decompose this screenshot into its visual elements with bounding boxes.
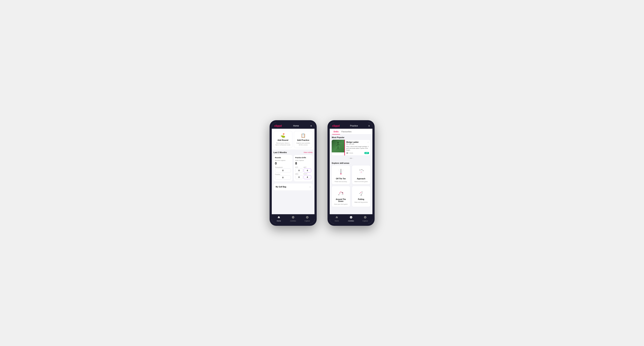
drill-subtitle: 50–100 yds xyxy=(346,143,359,145)
drills-title: Practice Drills xyxy=(295,157,311,159)
ott-value: 0 xyxy=(295,169,303,173)
skill-card-putting[interactable]: Putting Make and lag practice xyxy=(352,186,370,207)
rounds-sub: Tournament 0 Practice 0 xyxy=(275,167,291,179)
practice-value: 0 xyxy=(275,175,291,179)
add-round-icon: ⛳ xyxy=(280,133,285,138)
drills-col: Practice Drills Drills Capture 8 OTT 0 A… xyxy=(294,155,313,181)
nav-activities[interactable]: Activities xyxy=(286,214,300,224)
carousel-dots xyxy=(330,157,372,160)
dot-1[interactable] xyxy=(349,158,350,159)
svg-point-12 xyxy=(340,173,341,174)
view-activity-link[interactable]: View Activity xyxy=(304,152,313,153)
practice-label: Practice xyxy=(275,173,291,175)
drills-sub-row-1: OTT 0 APP 4 xyxy=(295,167,311,173)
app-col: APP 4 xyxy=(304,167,311,173)
golf-bag-label: My Golf Bag xyxy=(276,186,286,188)
add-practice-card[interactable]: 📋 Add Practice Capture your practice off… xyxy=(294,131,313,148)
nav-activities-label-practice: Activities xyxy=(348,220,354,222)
nav-home-practice[interactable]: Home xyxy=(330,214,344,224)
home-screen-content: ⛳ Add Round Record your shots in fast or… xyxy=(272,129,314,214)
skill-card-approach[interactable]: Approach Dial-in to hit the green xyxy=(352,165,370,184)
menu-icon[interactable]: ≡ xyxy=(310,124,312,127)
skill-card-around-the-green[interactable]: Around The Green Hone your short game xyxy=(332,186,350,207)
drill-footer: 9 shots APP xyxy=(346,152,369,154)
action-cards: ⛳ Add Round Record your shots in fast or… xyxy=(272,129,314,150)
arg-label: ARG xyxy=(295,173,303,175)
approach-title: Approach xyxy=(357,178,365,180)
skill-card-off-the-tee[interactable]: Off The Tee Power and accuracy xyxy=(332,165,350,184)
drill-info: Wedge Ladder 50–100 yds ☆ Play 1 shot at… xyxy=(345,140,370,156)
arg-value: 0 xyxy=(295,175,303,179)
favourite-star-icon[interactable]: ☆ xyxy=(367,141,369,144)
putt-label: PUTT xyxy=(304,173,311,175)
drills-capture-value: 8 xyxy=(295,162,311,166)
arg-col: ARG 0 xyxy=(295,173,303,179)
activities-icon-practice xyxy=(350,216,352,219)
approach-desc: Dial-in to hit the green xyxy=(354,181,368,182)
add-practice-title: Add Practice xyxy=(297,139,309,141)
svg-line-7 xyxy=(338,170,341,174)
svg-line-2 xyxy=(336,144,338,146)
app-badge: APP xyxy=(364,152,369,154)
nav-activities-practice[interactable]: Activities xyxy=(344,214,358,224)
svg-point-19 xyxy=(338,194,339,195)
app-value: 4 xyxy=(304,169,311,173)
tournament-value: 0 xyxy=(275,169,291,173)
phone-home-screen: clippd Home ≡ ⛳ Add Round Record your sh… xyxy=(272,122,314,224)
tab-favourites[interactable]: Favourites xyxy=(340,129,353,135)
page-title: Home xyxy=(293,125,299,127)
explore-title: Explore skill areas xyxy=(330,160,372,165)
tab-drills[interactable]: Drills xyxy=(332,129,340,135)
putt-col: PUTT 4 xyxy=(304,173,311,179)
off-the-tee-icon-area xyxy=(336,168,346,176)
capture-icon xyxy=(306,216,309,219)
menu-icon-practice[interactable]: ≡ xyxy=(368,124,370,127)
off-the-tee-desc: Power and accuracy xyxy=(335,181,347,182)
logo-practice: clippd xyxy=(332,124,340,127)
phone-practice: clippd Practice ≡ Drills Favourites Most… xyxy=(328,120,374,226)
svg-line-11 xyxy=(341,170,344,174)
golf-bag-row[interactable]: My Golf Bag › xyxy=(274,183,313,190)
nav-capture[interactable]: Capture xyxy=(300,214,314,224)
svg-line-4 xyxy=(337,147,338,150)
nav-capture-practice[interactable]: Capture xyxy=(358,214,372,224)
svg-point-27 xyxy=(360,195,362,196)
dot-3[interactable] xyxy=(352,158,353,159)
svg-point-0 xyxy=(337,142,339,143)
dot-2[interactable] xyxy=(350,158,352,159)
capture-icon-practice xyxy=(364,216,367,219)
svg-line-5 xyxy=(338,147,339,150)
wedge-ladder-card[interactable]: Wedge Ladder 50–100 yds ☆ Play 1 shot at… xyxy=(332,140,370,156)
logo: clippd xyxy=(274,124,282,127)
putting-title: Putting xyxy=(358,198,364,200)
rounds-title: Rounds xyxy=(275,157,291,159)
svg-point-24 xyxy=(342,194,343,195)
drill-shots: 9 shots xyxy=(346,152,353,154)
practice-title: Practice xyxy=(350,125,358,127)
add-practice-desc: Capture your practice off-the-course xyxy=(296,142,311,146)
rounds-capture-label: Rounds Capture xyxy=(275,160,291,161)
nav-home[interactable]: Home xyxy=(272,214,286,224)
practice-screen-content: Drills Favourites Most Popular xyxy=(330,129,372,214)
nav-capture-label-practice: Capture xyxy=(362,220,368,222)
svg-point-20 xyxy=(339,193,340,193)
nav-home-label-practice: Home xyxy=(334,220,339,222)
phone-home: clippd Home ≡ ⛳ Add Round Record your sh… xyxy=(270,120,317,226)
drill-title: Wedge Ladder xyxy=(346,141,359,143)
ott-col: OTT 0 xyxy=(295,167,303,173)
drill-title-row: Wedge Ladder 50–100 yds ☆ xyxy=(346,141,369,146)
tournament-label: Tournament xyxy=(275,167,291,168)
top-bar-practice: clippd Practice ≡ xyxy=(330,122,372,129)
svg-line-3 xyxy=(338,144,340,145)
add-round-card[interactable]: ⛳ Add Round Record your shots in fast or… xyxy=(274,131,292,148)
ott-label: OTT xyxy=(295,167,303,168)
putt-value: 4 xyxy=(304,175,311,179)
most-popular-title: Most Popular xyxy=(330,135,372,140)
top-bar-home: clippd Home ≡ xyxy=(272,122,314,129)
add-practice-icon: 📋 xyxy=(301,133,306,138)
skill-grid: Off The Tee Power and accuracy xyxy=(330,165,372,209)
svg-point-21 xyxy=(340,192,341,192)
drill-image xyxy=(332,140,344,152)
nav-capture-label: Capture xyxy=(304,220,310,222)
app-label: APP xyxy=(304,167,311,168)
